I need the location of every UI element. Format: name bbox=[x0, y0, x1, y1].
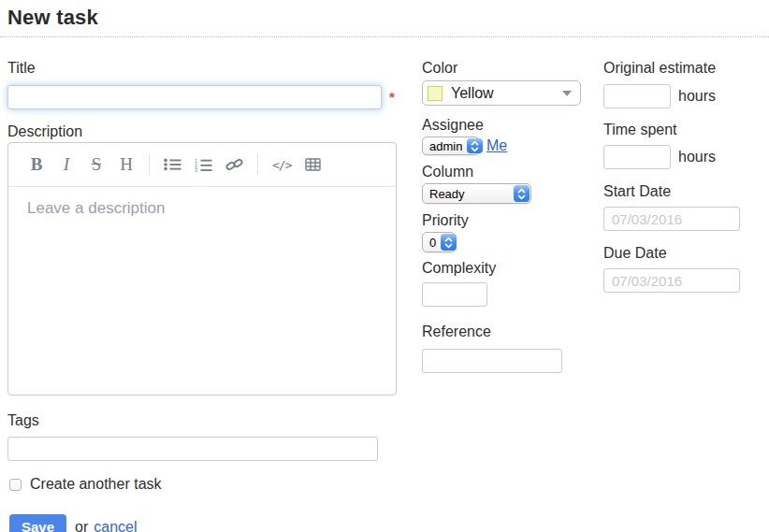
assignee-select[interactable]: admin bbox=[422, 137, 480, 155]
save-button[interactable]: Save bbox=[9, 514, 66, 532]
table-icon bbox=[305, 158, 321, 171]
code-icon: </> bbox=[272, 158, 291, 172]
original-estimate-input[interactable] bbox=[603, 84, 671, 108]
time-spent-label: Time spent bbox=[603, 121, 769, 138]
strikethrough-icon: S bbox=[92, 154, 102, 175]
original-estimate-suffix: hours bbox=[678, 88, 716, 105]
unordered-list-icon bbox=[164, 158, 181, 171]
right-column: Original estimate hours Time spent hours… bbox=[603, 59, 769, 293]
due-date-label: Due Date bbox=[603, 244, 769, 262]
page-header: New task bbox=[0, 0, 769, 37]
due-date-input[interactable] bbox=[603, 268, 740, 293]
select-stepper-icon bbox=[441, 234, 457, 251]
assignee-label: Assignee bbox=[422, 116, 600, 134]
start-date-label: Start Date bbox=[603, 182, 769, 200]
link-icon bbox=[225, 156, 243, 173]
left-column: Title * Description B I S H bbox=[7, 59, 412, 532]
strikethrough-button[interactable]: S bbox=[88, 152, 105, 177]
unordered-list-button[interactable] bbox=[164, 152, 181, 177]
or-text: or bbox=[75, 519, 88, 532]
italic-button[interactable]: I bbox=[58, 152, 75, 177]
complexity-label: Complexity bbox=[422, 259, 600, 277]
column-select[interactable]: Ready bbox=[422, 183, 531, 204]
table-button[interactable] bbox=[304, 152, 321, 177]
me-link[interactable]: Me bbox=[486, 137, 507, 154]
heading-button[interactable]: H bbox=[118, 152, 135, 177]
column-selected-value: Ready bbox=[423, 187, 513, 201]
title-label: Title bbox=[7, 59, 412, 77]
description-textarea[interactable] bbox=[8, 187, 396, 393]
link-button[interactable] bbox=[225, 152, 243, 177]
title-input[interactable] bbox=[7, 85, 382, 109]
priority-select[interactable]: 0 bbox=[422, 232, 456, 252]
page-title: New task bbox=[7, 6, 769, 30]
original-estimate-label: Original estimate bbox=[603, 59, 769, 77]
assignee-row: admin Me bbox=[422, 137, 600, 155]
original-estimate-row: hours bbox=[603, 84, 769, 108]
italic-icon: I bbox=[64, 154, 69, 175]
reference-input[interactable] bbox=[422, 349, 562, 373]
select-stepper-icon bbox=[514, 185, 530, 202]
complexity-input[interactable] bbox=[422, 282, 487, 307]
assignee-selected-value: admin bbox=[423, 139, 466, 153]
editor-toolbar: B I S H 1 2 bbox=[8, 143, 396, 187]
ordered-list-button[interactable]: 1 2 3 bbox=[195, 152, 212, 177]
priority-label: Priority bbox=[422, 211, 600, 229]
tags-input[interactable] bbox=[7, 437, 378, 461]
color-selected-value: Yellow bbox=[451, 85, 494, 102]
color-label: Color bbox=[422, 59, 600, 77]
bold-icon: B bbox=[31, 154, 43, 175]
heading-icon: H bbox=[120, 154, 133, 175]
priority-selected-value: 0 bbox=[423, 236, 440, 250]
create-another-row: Create another task bbox=[7, 476, 412, 493]
svg-text:3: 3 bbox=[195, 167, 197, 172]
toolbar-divider bbox=[257, 154, 258, 175]
description-editor: B I S H 1 2 bbox=[7, 142, 397, 395]
time-spent-input[interactable] bbox=[603, 145, 671, 169]
required-asterisk: * bbox=[389, 89, 395, 105]
form-actions: Save or cancel bbox=[7, 514, 412, 532]
description-label: Description bbox=[7, 122, 412, 140]
reference-label: Reference bbox=[422, 323, 600, 340]
bold-button[interactable]: B bbox=[28, 152, 45, 177]
cancel-link[interactable]: cancel bbox=[94, 519, 137, 532]
toolbar-divider bbox=[149, 154, 150, 175]
ordered-list-icon: 1 2 3 bbox=[195, 158, 212, 172]
color-swatch-icon bbox=[428, 86, 443, 101]
time-spent-row: hours bbox=[603, 145, 769, 169]
column-label: Column bbox=[422, 163, 600, 180]
color-dropdown[interactable]: Yellow bbox=[422, 80, 581, 106]
time-spent-suffix: hours bbox=[678, 149, 716, 165]
code-button[interactable]: </> bbox=[272, 152, 291, 177]
chevron-down-icon bbox=[562, 91, 572, 96]
create-another-checkbox[interactable] bbox=[9, 479, 22, 491]
select-stepper-icon bbox=[467, 138, 483, 153]
middle-column: Color Yellow Assignee admin Me Column Re… bbox=[422, 59, 600, 373]
start-date-input[interactable] bbox=[603, 207, 740, 231]
tags-label: Tags bbox=[7, 411, 412, 429]
title-row: * bbox=[7, 85, 412, 110]
create-another-label: Create another task bbox=[30, 476, 162, 493]
